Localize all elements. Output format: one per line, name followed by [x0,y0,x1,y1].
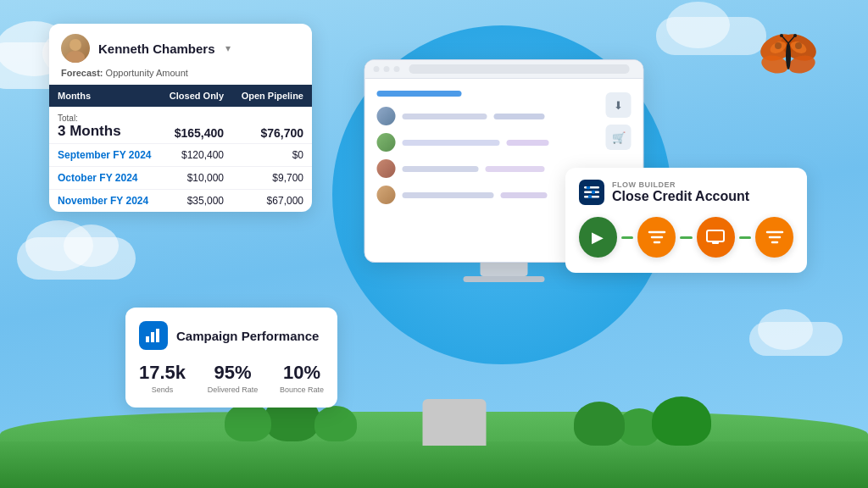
svg-point-31 [793,34,797,37]
monitor-icon-group: ⬇ 🛒 [606,92,632,150]
bar-chart-icon [145,328,162,343]
svg-rect-15 [712,241,719,244]
flow-node-decision[interactable] [755,217,793,258]
row-closed-1: $120,400 [160,144,232,167]
monitor-line [507,140,549,146]
svg-point-27 [786,42,791,69]
svg-point-26 [795,42,802,49]
monitor-url-bar [409,64,630,74]
monitor-line [501,192,548,198]
flow-node-play[interactable]: ▶ [579,217,617,258]
monitor-line [403,192,494,198]
flow-subtitle: Flow Builder [612,180,749,189]
avatar-icon [61,34,90,63]
svg-point-0 [70,39,81,51]
dropdown-arrow[interactable]: ▾ [225,42,231,54]
row-pipeline-2: $9,700 [232,167,312,190]
flow-nodes: ▶ [579,217,793,258]
row-period-2: October FY 2024 [49,167,160,190]
col-pipeline: Open Pipeline [232,85,312,107]
svg-rect-14 [707,230,724,241]
monitor-dot-1 [374,66,380,72]
cart-icon: 🛒 [606,125,632,150]
table-row[interactable]: September FY 2024 $120,400 $0 [49,144,312,167]
user-avatar [61,34,90,63]
row-period-1: September FY 2024 [49,144,160,167]
flow-node-screen[interactable] [697,217,735,258]
col-months: Months [49,85,160,107]
total-row: Total: 3 Months $165,400 $76,700 [49,107,312,144]
svg-rect-2 [146,336,149,342]
avatar [377,186,396,204]
stat-delivered: 95% Delivered Rate [208,362,259,394]
forecast-table: Months Closed Only Open Pipeline Total: … [49,85,312,212]
svg-point-9 [592,191,595,194]
avatar [377,133,396,152]
svg-rect-5 [584,186,599,189]
stat-sends: 17.5k Sends [139,362,186,394]
svg-point-1 [66,51,85,63]
stat-value-delivered: 95% [208,362,259,384]
svg-point-25 [775,42,782,49]
flow-node-filter[interactable] [637,217,676,258]
stat-value-sends: 17.5k [139,362,186,384]
avatar [377,159,396,178]
campaign-title: Campaign Performance [176,329,319,343]
total-pipeline: $76,700 [232,107,312,144]
forecast-card: Kenneth Chambers ▾ Forecast: Opportunity… [49,24,312,212]
flow-connector [739,236,752,239]
stat-value-bounce: 10% [280,362,324,384]
total-months: 3 Months [58,123,121,139]
filter-icon [648,230,666,245]
monitor-titlebar [365,60,643,79]
list-item [377,107,632,125]
total-label: Total: [58,114,152,123]
stat-label-sends: Sends [139,385,186,394]
table-row[interactable]: November FY 2024 $35,000 $67,000 [49,190,312,213]
flow-icon-svg [584,186,599,198]
svg-point-30 [780,34,783,37]
monitor-line [486,166,545,172]
monitor-line [403,114,487,119]
row-pipeline-1: $0 [232,144,312,167]
row-closed-2: $10,000 [160,167,232,190]
tree-right [574,396,711,446]
flow-title: Close Credit Account [612,189,749,204]
flow-card-header: Flow Builder Close Credit Account [579,180,793,205]
monitor-line [494,114,545,119]
table-row[interactable]: October FY 2024 $10,000 $9,700 [49,167,312,190]
list-item [377,133,632,152]
monitor-base [464,276,545,282]
butterfly-svg [758,32,819,81]
stat-label-delivered: Delivered Rate [208,385,259,394]
user-name: Kenneth Chambers [98,42,215,56]
flow-builder-card: Flow Builder Close Credit Account ▶ [565,168,807,273]
svg-point-10 [588,195,592,198]
monitor-line [403,166,479,172]
stat-bounce: 10% Bounce Rate [280,362,324,394]
flow-connector [680,236,693,239]
screen-icon [706,230,725,245]
campaign-card-header: Campaign Performance [139,321,324,350]
row-period-3: November FY 2024 [49,190,160,213]
campaign-stats: 17.5k Sends 95% Delivered Rate 10% Bounc… [139,362,324,394]
download-icon: ⬇ [606,92,632,118]
butterfly [758,32,819,81]
forecast-type: Opportunity Amount [106,68,188,78]
forecast-card-header: Kenneth Chambers ▾ [49,24,312,68]
monitor-dot-2 [384,66,390,72]
flow-connector [621,236,634,239]
row-pipeline-3: $67,000 [232,190,312,213]
col-closed: Closed Only [160,85,232,107]
monitor-tab-bar [377,91,462,97]
forecast-subtitle: Forecast: Opportunity Amount [49,68,312,85]
stat-label-bounce: Bounce Rate [280,385,324,394]
campaign-card: Campaign Performance 17.5k Sends 95% Del… [125,308,337,408]
svg-rect-4 [156,329,159,342]
monitor-line [403,140,500,146]
svg-rect-3 [151,332,154,342]
decision-icon [765,230,784,245]
total-closed: $165,400 [160,107,232,144]
campaign-icon [139,321,168,350]
avatar [377,107,396,125]
